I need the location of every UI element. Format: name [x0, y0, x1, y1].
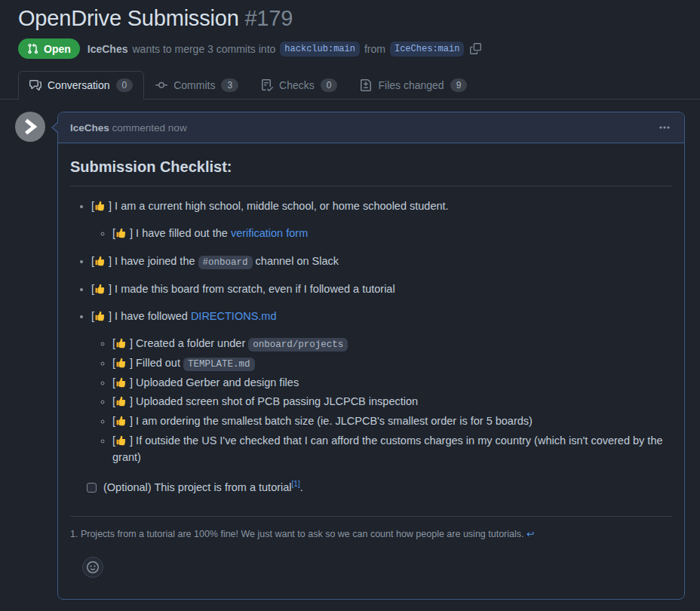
checklist-item: [ ] I am ordering the smallest batch siz…: [112, 413, 672, 430]
comment-card: IceChes commented now Submission Checkli…: [57, 112, 685, 600]
footnote-marker: 1.: [70, 529, 78, 539]
pr-header: OpenDrive Submission #179 Open IceChes w…: [0, 0, 700, 59]
checklist-item: [ ] I made this board from scratch, even…: [91, 281, 672, 298]
page-title: OpenDrive Submission #179: [18, 5, 682, 32]
kebab-horizontal-icon[interactable]: [657, 120, 672, 135]
task-list-item: (Optional) This project is from a tutori…: [87, 480, 672, 496]
footnote-ref: [1]: [292, 480, 300, 488]
task-checkbox[interactable]: [87, 483, 97, 493]
inline-code: onboard/projects: [248, 338, 348, 352]
tab-count: 0: [116, 78, 134, 92]
pr-state-label: Open: [44, 44, 71, 54]
checklist: [ ] I am a current high school, middle s…: [70, 198, 672, 496]
checklist-item: [ ] I am a current high school, middle s…: [91, 198, 672, 242]
chevron-logo-avatar: [20, 117, 40, 137]
thumbs-up-emoji: [115, 227, 127, 238]
comment-header: IceChes commented now: [58, 112, 684, 143]
footnote-text: Projects from a tutorial are 100% fine! …: [81, 529, 524, 539]
footnote-ref-link[interactable]: [1]: [292, 480, 300, 488]
thumbs-up-emoji: [115, 357, 127, 368]
checklist-item: [ ] Uploaded Gerber and design files: [112, 375, 672, 391]
pr-author[interactable]: IceChes: [88, 43, 128, 55]
base-ref[interactable]: hackclub:main: [280, 41, 360, 57]
thumbs-up-emoji: [94, 255, 106, 266]
thumbs-up-emoji: [115, 434, 127, 446]
smiley-icon[interactable]: [82, 557, 103, 578]
merge-description: IceChes wants to merge 3 commits into ha…: [88, 41, 484, 57]
from-word: from: [364, 43, 385, 55]
copy-icon[interactable]: [468, 41, 483, 56]
pr-state-badge: Open: [18, 38, 80, 59]
git-pull-request-icon: [27, 43, 38, 54]
tab-count: 9: [450, 78, 468, 92]
comment-time[interactable]: now: [168, 122, 187, 134]
pr-title-text: OpenDrive Submission: [18, 6, 239, 30]
tab-label: Checks: [279, 79, 315, 91]
thumbs-up-emoji: [94, 310, 106, 321]
checklist-item: [ ] Uploaded screen shot of PCB passing …: [112, 394, 672, 410]
checklist: [ ] I have filled out the verification f…: [91, 226, 672, 242]
footnotes-section: 1. Projects from a tutorial are 100% fin…: [70, 516, 672, 542]
inline-link[interactable]: verification form: [231, 227, 308, 239]
checklist-item: [ ] Filled out TEMPLATE.md: [112, 355, 672, 372]
head-ref[interactable]: IceChes:main: [390, 41, 464, 57]
thumbs-up-emoji: [94, 283, 106, 294]
checklist-item: [ ] I have filled out the verification f…: [112, 226, 672, 242]
checklist-item: [ ] If outside the US I've checked that …: [112, 433, 672, 466]
tab-conversation[interactable]: Conversation 0: [18, 71, 144, 100]
pr-number: #179: [244, 6, 293, 30]
thumbs-up-emoji: [115, 376, 127, 388]
thumbs-up-emoji: [115, 337, 127, 348]
tab-checks[interactable]: Checks 0: [250, 71, 348, 100]
comment-body: Submission Checklist: [ ] I am a current…: [58, 143, 684, 599]
tab-count: 0: [321, 78, 338, 92]
tab-files-changed[interactable]: Files changed 9: [348, 71, 478, 100]
comment-action: commented: [112, 122, 166, 134]
submission-checklist: [ ] I am a current high school, middle s…: [70, 198, 672, 496]
thumbs-up-emoji: [115, 395, 127, 407]
tab-label: Files changed: [378, 79, 444, 91]
conversation-area: IceChes commented now Submission Checkli…: [0, 100, 700, 600]
inline-code: TEMPLATE.md: [183, 358, 255, 371]
file-diff-icon: [360, 79, 372, 91]
reaction-row: [70, 542, 672, 588]
tab-label: Conversation: [48, 79, 110, 91]
comment-discussion-icon: [29, 79, 41, 91]
tab-count: 3: [221, 78, 238, 92]
thumbs-up-emoji: [94, 200, 106, 211]
tab-commits[interactable]: Commits 3: [144, 71, 250, 100]
checklist-item: [ ] I have joined the #onboard channel o…: [91, 253, 672, 270]
footnote-backref-link[interactable]: ↩: [527, 528, 534, 539]
avatar[interactable]: [15, 112, 45, 142]
inline-code: #onboard: [198, 256, 253, 269]
inline-link[interactable]: DIRECTIONS.md: [191, 310, 277, 322]
tab-label: Commits: [173, 79, 215, 91]
pr-tabbar: Conversation 0 Commits 3 Checks 0 Files …: [0, 71, 700, 100]
git-commit-icon: [155, 79, 167, 91]
thumbs-up-emoji: [115, 415, 127, 426]
comment-author[interactable]: IceChes: [70, 122, 109, 134]
checklist-heading: Submission Checklist:: [70, 155, 672, 186]
checklist: [ ] Created a folder under onboard/proje…: [91, 336, 672, 465]
checklist-item: [ ] I have followed DIRECTIONS.md[ ] Cre…: [91, 309, 672, 465]
checklist-icon: [261, 79, 273, 91]
checklist-item: [ ] Created a folder under onboard/proje…: [112, 336, 672, 352]
merge-middle-text: wants to merge 3 commits into: [132, 43, 275, 55]
